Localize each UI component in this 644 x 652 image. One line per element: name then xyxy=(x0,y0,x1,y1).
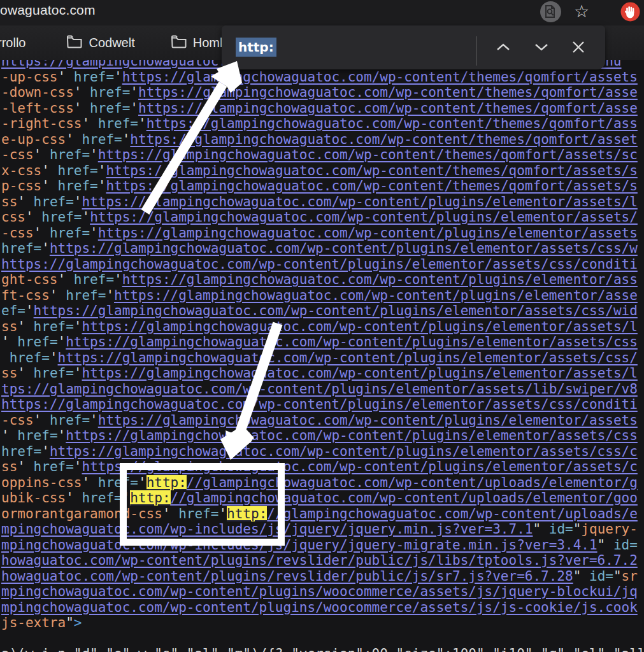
source-text: a)(w,i,n,"d","o",w,"s","al","m")/{?,"ver… xyxy=(1,646,644,652)
source-code-line: href='https://glampingchowaguatoc.com/wp… xyxy=(1,350,644,366)
source-text xyxy=(41,147,50,162)
source-text: ' xyxy=(34,413,42,428)
source-text xyxy=(581,569,589,584)
adblock-icon[interactable] xyxy=(619,0,641,23)
source-link[interactable]: https://glampingchowaguatoc.com/wp-conte… xyxy=(90,209,638,225)
source-link[interactable]: howaguatoc.com/wp-content/plugins/revsli… xyxy=(1,569,573,584)
source-text: ' xyxy=(1,334,10,350)
source-text xyxy=(82,101,90,116)
source-link[interactable]: https://glampingchowaguatoc.com/wp-conte… xyxy=(34,303,638,318)
source-link[interactable]: //glampingchowaguatoc.com/wp-content/upl… xyxy=(267,506,638,521)
source-link[interactable]: https://glampingchowaguatoc.com/wp-conte… xyxy=(66,428,638,443)
source-code-line: ubik-css' href='http://glampingchowaguat… xyxy=(1,490,644,506)
source-link[interactable]: https://glampingchowaguatoc.com/wp-conte… xyxy=(1,397,638,412)
source-link[interactable]: https://glampingchowaguatoc.com/wp-conte… xyxy=(1,257,638,272)
source-text: ' xyxy=(41,444,50,459)
source-code-line: https://glampingchowaguatoc.com/wp-conte… xyxy=(1,257,644,273)
source-code-line xyxy=(1,631,644,647)
bookmark-item[interactable]: rrollo xyxy=(0,36,25,50)
source-link[interactable]: https://glampingchowaguatoc.com/wp-conte… xyxy=(66,334,638,350)
attr-value-text: sr xyxy=(622,569,638,584)
source-text: ' xyxy=(90,413,98,428)
source-link[interactable]: https://glampingchowaguatoc.com/wp-conte… xyxy=(130,132,638,147)
source-text: ' xyxy=(66,132,74,147)
browser-window: { "browser": { "url": "owaguatoc.com", "… xyxy=(0,0,644,652)
attr-name-text: href= xyxy=(1,241,41,256)
bookmark-folder[interactable]: Codwelt xyxy=(66,34,134,52)
source-link[interactable]: https://glampingchowaguatoc.com/wp-conte… xyxy=(82,459,637,474)
source-code-line: mpingchowaguatoc.com/wp-content/plugins/… xyxy=(1,600,644,616)
source-link[interactable]: mpingchowaguatoc.com/wp-content/plugins/… xyxy=(1,600,638,615)
page-search-button[interactable] xyxy=(538,0,562,23)
source-code-line: ss' href='https://glampingchowaguatoc.co… xyxy=(1,194,644,210)
source-text: " xyxy=(613,569,622,584)
source-link[interactable]: https://glampingchowaguatoc.com/wp-conte… xyxy=(147,116,638,131)
chevron-down-icon xyxy=(534,43,549,54)
attr-name-text: href= xyxy=(82,490,122,506)
source-text: ' xyxy=(34,147,42,162)
attr-value-text: ss xyxy=(1,194,17,209)
source-text xyxy=(82,85,90,100)
source-link[interactable]: mpingchowaguatoc.com/wp-includes/js/jque… xyxy=(1,521,533,537)
source-code-line: ef='https://glampingchowaguatoc.com/wp-c… xyxy=(1,303,644,319)
source-link[interactable]: https://glampingchowaguatoc.com/wp-conte… xyxy=(138,85,638,100)
source-link[interactable]: //glampingchowaguatoc.com/wp-content/upl… xyxy=(187,475,638,490)
source-link[interactable]: https://glampingchowaguatoc.com/wp-conte… xyxy=(82,319,637,334)
source-text xyxy=(25,459,34,474)
attr-name-text: href= xyxy=(98,116,138,131)
source-link[interactable]: https://glampingchowaguatoc.com/wp-conte… xyxy=(98,147,638,162)
attr-name-text: id= xyxy=(549,521,573,537)
source-code-line: ' href='https://glampingchowaguatoc.com/… xyxy=(1,334,644,350)
source-text xyxy=(605,537,613,553)
find-close-button[interactable] xyxy=(564,36,592,61)
source-link[interactable]: https://glampingchowaguatoc.com/wp-conte… xyxy=(50,444,638,459)
attr-value-text: ubik-css xyxy=(1,490,66,506)
source-link[interactable]: https://glampingchowaguatoc.com/wp-conte… xyxy=(122,272,638,287)
source-text xyxy=(41,225,50,241)
attr-value-text: -left-css xyxy=(1,101,74,116)
source-link[interactable]: https://glampingchowaguatoc.com/wp-conte… xyxy=(82,194,637,209)
find-input[interactable]: http: xyxy=(236,34,446,60)
source-code-line: e-up-css' href='https://glampingchowagua… xyxy=(1,132,644,148)
source-link[interactable]: https://glampingchowaguatoc.com/wp-conte… xyxy=(106,178,637,194)
attr-name-text: href= xyxy=(34,319,74,334)
find-next-button[interactable] xyxy=(527,36,555,61)
source-link[interactable]: howaguatoc.com/wp-content/plugins/revsli… xyxy=(1,553,638,568)
find-match-highlight: http: xyxy=(130,490,170,506)
source-link[interactable]: tps://glampingchowaguatoc.com/wp-content… xyxy=(1,381,638,397)
source-code-line: mpingchowaguatoc.com/wp-includes/js/jque… xyxy=(1,521,644,537)
find-previous-button[interactable] xyxy=(489,36,517,61)
source-text: ' xyxy=(138,475,147,490)
attr-value-text: x-css xyxy=(1,163,41,178)
address-bar-url[interactable]: owaguatoc.com xyxy=(0,3,96,18)
source-link[interactable]: mpingchowaguatoc.com/wp-includes/js/jque… xyxy=(1,537,597,553)
source-text: " xyxy=(533,521,541,537)
source-code-line: p-css' href='https://glampingchowaguatoc… xyxy=(1,178,644,194)
source-link[interactable]: https://glampingchowaguatoc.com/wp-conte… xyxy=(50,241,638,256)
attr-name-text: ef= xyxy=(1,303,25,318)
source-text: ' xyxy=(25,209,34,225)
source-text: ' xyxy=(66,490,74,506)
bookmark-label: Codwelt xyxy=(89,36,134,50)
attr-name-text: href= xyxy=(41,209,82,225)
folder-icon xyxy=(66,34,83,52)
source-text: ' xyxy=(82,116,90,131)
source-text xyxy=(74,132,82,147)
source-link[interactable]: mpingchowaguatoc.com/wp-content/plugins/… xyxy=(1,584,638,599)
source-code-line: howaguatoc.com/wp-content/plugins/revsli… xyxy=(1,553,644,569)
attr-name-text: href= xyxy=(74,272,114,287)
source-link[interactable]: https://glampingchowaguatoc.com/wp-conte… xyxy=(114,288,638,303)
source-link[interactable]: https://glampingchowaguatoc.com/wp-conte… xyxy=(122,69,638,85)
source-code-line: https://glampingchowaguatoc.com/wp-conte… xyxy=(1,397,644,413)
source-link[interactable]: https://glampingchowaguatoc.com/wp-conte… xyxy=(82,365,637,381)
bookmark-star-icon[interactable]: ☆ xyxy=(570,0,593,23)
source-link[interactable]: https://glampingchowaguatoc.com/wp-conte… xyxy=(138,101,638,116)
source-link[interactable]: https://glampingchowaguatoc.com/wp-conte… xyxy=(98,225,638,241)
source-code-line: tps://glampingchowaguatoc.com/wp-content… xyxy=(1,381,644,397)
source-link[interactable]: https://glampingchowaguatoc.com/wp-conte… xyxy=(58,350,638,365)
source-text: ' xyxy=(82,475,90,490)
source-link[interactable]: //glampingchowaguatoc.com/wp-content/upl… xyxy=(171,490,638,506)
source-link[interactable]: https://glampingchowaguatoc.com/wp-conte… xyxy=(98,413,638,428)
attr-value-text: ght-css xyxy=(1,272,58,287)
source-link[interactable]: https://glampingchowaguatoc.com/wp-conte… xyxy=(106,163,637,178)
